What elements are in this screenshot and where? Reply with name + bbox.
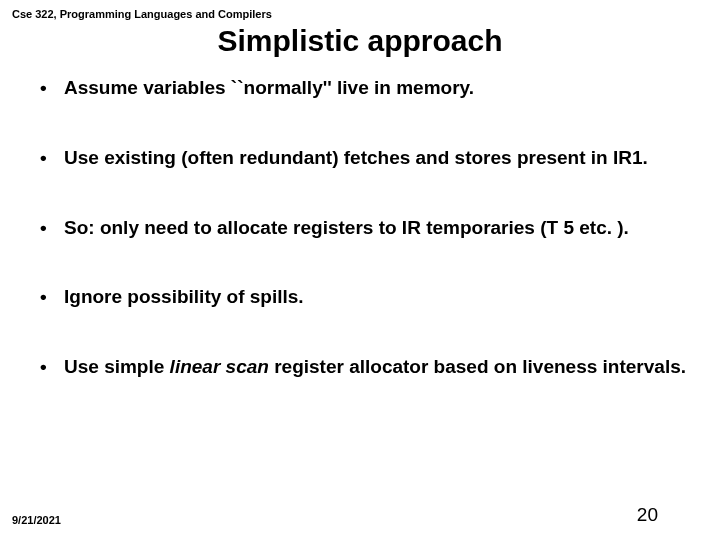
course-header: Cse 322, Programming Languages and Compi… [12, 8, 708, 20]
bullet-prefix: Use simple [64, 356, 170, 377]
footer: 9/21/2021 20 [12, 504, 708, 526]
slide-title: Simplistic approach [72, 24, 648, 58]
list-item: Use existing (often redundant) fetches a… [40, 146, 708, 170]
footer-date: 9/21/2021 [12, 514, 61, 526]
bullet-suffix: register allocator based on liveness int… [269, 356, 686, 377]
bullet-italic: linear scan [170, 356, 269, 377]
bullet-list: Assume variables ``normally'' live in me… [12, 76, 708, 379]
footer-page: 20 [637, 504, 658, 526]
list-item: Ignore possibility of spills. [40, 285, 708, 309]
list-item: So: only need to allocate registers to I… [40, 216, 708, 240]
list-item: Use simple linear scan register allocato… [40, 355, 708, 379]
list-item: Assume variables ``normally'' live in me… [40, 76, 708, 100]
